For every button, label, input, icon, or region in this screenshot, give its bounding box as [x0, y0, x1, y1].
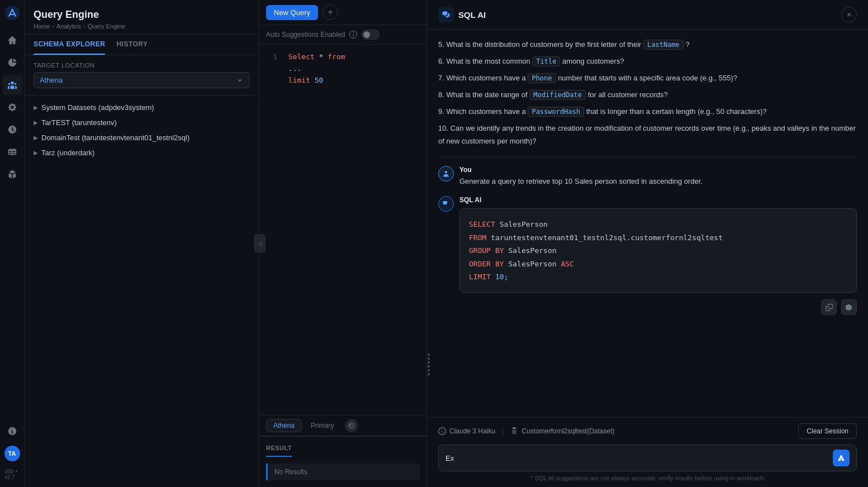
question-8: 8. What is the date range of ModifiedDat…: [438, 89, 857, 101]
avatar[interactable]: TA: [2, 443, 22, 464]
user-name: You: [459, 166, 703, 174]
code-inline-title: Title: [532, 56, 560, 66]
app-logo: [4, 4, 21, 21]
chat-input[interactable]: [445, 454, 828, 462]
dot: [428, 354, 430, 356]
code-line-select: SELECT SalesPerson: [469, 218, 847, 231]
auto-suggestions-info-icon[interactable]: i: [349, 31, 357, 39]
tree-item-label: System Datasets (adpdev3system): [41, 103, 154, 112]
dataset-icon: [510, 427, 518, 435]
dot: [428, 365, 430, 367]
sql-ai-title: SQL AI: [438, 7, 486, 22]
divider: [438, 156, 857, 157]
tree-item-label: DomainTest (taruntestenvtenant01_testnl2…: [41, 133, 189, 142]
tree-item-tartest[interactable]: ▶ TarTEST (taruntestenv): [25, 115, 259, 130]
meta-divider: |: [502, 427, 504, 436]
tab-history[interactable]: HISTORY: [116, 35, 148, 55]
sql-ai-header: SQL AI ×: [427, 0, 868, 30]
send-icon: [837, 454, 845, 462]
engine-tab-primary[interactable]: Primary: [304, 419, 340, 432]
code-line-limit: LIMIT 10;: [469, 270, 847, 283]
disclaimer: * SQL AI suggestions are not always accu…: [438, 475, 857, 481]
code-inline-lastname: LastName: [643, 40, 684, 50]
tree-item-label: Tarz (underdark): [41, 149, 94, 157]
tree-item-label: TarTEST (taruntestenv): [41, 118, 117, 127]
question-9: 9. Which customers have a PasswordHash t…: [438, 106, 857, 118]
tree-arrow: ▶: [34, 104, 38, 111]
clear-session-button[interactable]: Clear Session: [798, 423, 857, 439]
run-code-button[interactable]: [841, 299, 857, 315]
ai-response-name: SQL AI: [459, 196, 857, 204]
question-7: 7. Which customers have a Phone number t…: [438, 72, 857, 84]
table-icon[interactable]: [2, 142, 22, 162]
tree-item-domaintest[interactable]: ▶ DomainTest (taruntestenvtenant01_testn…: [25, 130, 259, 145]
send-message-button[interactable]: [833, 450, 850, 466]
add-query-tab-button[interactable]: +: [322, 4, 338, 20]
breadcrumb-analytics[interactable]: Analytics: [56, 23, 81, 30]
auto-suggestions-label: Auto Suggestions Enabled: [266, 31, 345, 39]
user-message-content: You Generate a query to retrieve top 10 …: [459, 166, 703, 188]
new-query-tab[interactable]: New Query: [266, 5, 318, 20]
tree-item-tarz[interactable]: ▶ Tarz (underdark): [25, 145, 259, 160]
sql-ai-icon: [438, 7, 454, 22]
chat-messages[interactable]: 5. What is the distribution of customers…: [427, 30, 868, 417]
code-line-group: GROUP BY SalesPerson: [469, 244, 847, 257]
engine-tab-athena[interactable]: Athena: [266, 419, 302, 432]
settings-icon[interactable]: [2, 97, 22, 117]
svg-point-0: [5, 6, 20, 20]
tree-item-system-datasets[interactable]: ▶ System Datasets (adpdev3system): [25, 100, 259, 115]
ai-response: SQL AI SELECT SalesPerson FROM taruntest…: [438, 196, 857, 315]
breadcrumb-sep2: ›: [83, 23, 86, 30]
breadcrumb: Home › Analytics › Query Engine: [34, 23, 250, 30]
icon-sidebar: TA adp • v2.7: [0, 0, 25, 487]
resize-handle[interactable]: [428, 354, 430, 375]
copy-code-button[interactable]: [821, 299, 837, 315]
page-header: Query Engine Home › Analytics › Query En…: [25, 0, 259, 35]
auto-suggestions-toggle[interactable]: [362, 30, 380, 40]
code-inline-passwordhash: PasswordHash: [528, 107, 584, 117]
dot: [428, 373, 430, 375]
tree-arrow: ▶: [34, 150, 38, 156]
activity-icon[interactable]: [2, 120, 22, 140]
ai-questions-list: 5. What is the distribution of customers…: [438, 39, 857, 147]
close-sql-ai-button[interactable]: ×: [841, 7, 857, 22]
no-results-message: No Results: [266, 464, 420, 480]
auto-suggestions-row: Auto Suggestions Enabled i: [259, 25, 426, 45]
code-line-from: FROM taruntestenvtenant01_testnl2sql.cus…: [469, 231, 847, 244]
sql-ai-title-text: SQL AI: [458, 10, 486, 20]
code-inline-phone: Phone: [528, 73, 556, 83]
target-location: Target Location Athena: [25, 55, 259, 96]
home-icon[interactable]: [2, 30, 22, 50]
schema-tree: ▶ System Datasets (adpdev3system) ▶ TarT…: [25, 96, 259, 487]
analytics-icon[interactable]: [2, 52, 22, 73]
page-title: Query Engine: [34, 9, 250, 21]
engine-settings-button[interactable]: [345, 419, 358, 432]
ai-response-content: SQL AI SELECT SalesPerson FROM taruntest…: [459, 196, 857, 315]
dataset-badge: Customerfornl2sqltest(Dataset): [510, 427, 614, 435]
target-location-select[interactable]: Athena: [34, 72, 250, 88]
sql-ai-panel: SQL AI × 5. What is the distribution of …: [427, 0, 868, 487]
info-icon[interactable]: [2, 421, 22, 441]
user-avatar[interactable]: TA: [4, 446, 20, 461]
user-message-text: Generate a query to retrieve top 10 Sale…: [459, 176, 703, 188]
middle-panel: New Query + Auto Suggestions Enabled i 1…: [259, 0, 427, 487]
breadcrumb-home[interactable]: Home: [34, 23, 50, 30]
tab-schema-explorer[interactable]: SCHEMA EXPLORER: [34, 35, 105, 55]
chat-meta: Claude 3 Haiku | Customerfornl2sqltest(D…: [438, 423, 857, 439]
target-location-value: Athena: [40, 76, 63, 84]
dataset-name: Customerfornl2sqltest(Dataset): [521, 427, 614, 435]
collapse-panel-button[interactable]: ◁: [254, 235, 265, 252]
engine-tabs: Athena Primary: [259, 415, 426, 436]
code-block-actions: [459, 299, 857, 315]
box-icon[interactable]: [2, 164, 22, 184]
users-icon[interactable]: [2, 75, 22, 95]
code-inline-modifieddate: ModifiedDate: [529, 90, 586, 100]
tree-arrow: ▶: [34, 120, 38, 126]
user-avatar-icon: [438, 166, 454, 182]
dot: [428, 369, 430, 371]
query-editor[interactable]: 1 Select * from ... limit 50: [259, 45, 426, 415]
question-10: 10. Can we identify any trends in the cr…: [438, 122, 857, 147]
dot: [428, 357, 430, 360]
schema-tabs: SCHEMA EXPLORER HISTORY: [25, 35, 259, 55]
code-line-2: ...: [266, 63, 420, 75]
